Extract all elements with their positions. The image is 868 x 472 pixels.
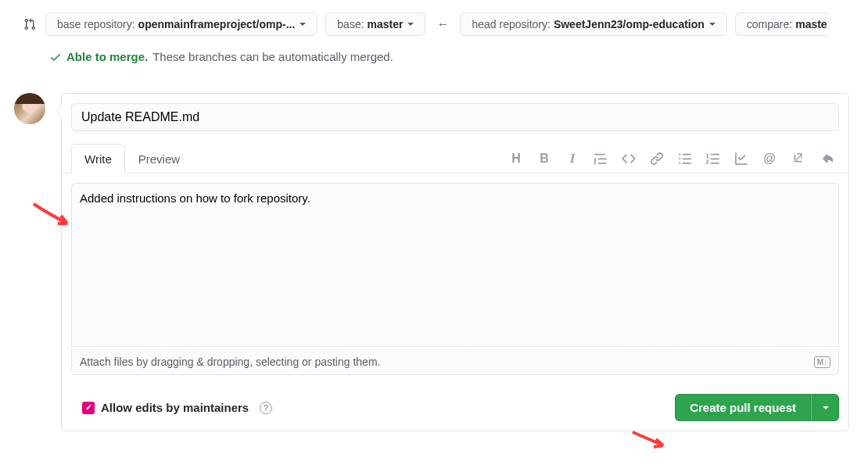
- head-repository-selector[interactable]: head repository: SweetJenn23/omp-educati…: [460, 13, 726, 36]
- check-icon: [49, 51, 62, 63]
- heading-icon[interactable]: H: [509, 152, 523, 166]
- tasklist-icon[interactable]: [734, 152, 748, 166]
- base-branch-selector[interactable]: base: master: [325, 13, 425, 36]
- markdown-icon[interactable]: M↓: [814, 356, 830, 368]
- italic-icon[interactable]: I: [565, 152, 579, 166]
- formatting-toolbar: H B I @: [509, 152, 839, 166]
- compare-label: compare:: [747, 18, 792, 30]
- annotation-arrow: [630, 430, 669, 453]
- reply-icon[interactable]: [819, 152, 833, 166]
- bullet-list-icon[interactable]: [678, 152, 692, 166]
- caret-icon: [407, 23, 414, 26]
- caret-icon: [709, 23, 716, 26]
- compare-value: maste: [795, 18, 827, 30]
- branch-selector-row: base repository: openmainframeproject/om…: [22, 13, 846, 36]
- head-repo-value: SweetJenn23/omp-education: [554, 18, 705, 30]
- comment-body-wrap: Attach files by dragging & dropping, sel…: [62, 173, 848, 384]
- write-tab[interactable]: Write: [71, 144, 125, 173]
- create-pr-dropdown[interactable]: [811, 394, 839, 421]
- pr-description-textarea[interactable]: [71, 183, 839, 347]
- base-label: base:: [337, 18, 364, 30]
- create-pr-button-group: Create pull request: [675, 394, 839, 421]
- arrow-left-icon: ←: [433, 17, 452, 31]
- quote-icon[interactable]: [594, 152, 608, 166]
- able-to-merge-label: Able to merge.: [66, 50, 148, 63]
- compare-icon: [22, 16, 38, 32]
- numbered-list-icon[interactable]: [706, 152, 720, 166]
- allow-edits-label: Allow edits by maintainers: [101, 401, 249, 414]
- preview-tab[interactable]: Preview: [125, 144, 193, 173]
- cross-reference-icon[interactable]: [791, 152, 805, 166]
- link-icon[interactable]: [650, 152, 664, 166]
- base-value: master: [368, 18, 404, 30]
- base-repository-selector[interactable]: base repository: openmainframeproject/om…: [45, 13, 317, 36]
- base-repo-label: base repository:: [57, 18, 135, 30]
- head-repo-label: head repository:: [472, 18, 550, 30]
- user-avatar[interactable]: [14, 93, 45, 124]
- attach-hint: Attach files by dragging & dropping, sel…: [80, 356, 380, 368]
- base-repo-value: openmainframeproject/omp-...: [138, 18, 296, 30]
- allow-edits-checkbox[interactable]: ✓: [82, 402, 95, 414]
- pr-title-input[interactable]: [71, 103, 839, 131]
- caret-icon: [299, 23, 306, 26]
- pr-form: Write Preview H B I: [61, 93, 849, 431]
- mention-icon[interactable]: @: [762, 152, 777, 166]
- merge-status-row: Able to merge. These branches can be aut…: [22, 50, 846, 63]
- bold-icon[interactable]: B: [537, 152, 551, 166]
- code-icon[interactable]: [622, 152, 636, 166]
- create-pr-button[interactable]: Create pull request: [675, 394, 811, 421]
- tabs-row: Write Preview H B I: [62, 144, 848, 173]
- form-footer: ✓ Allow edits by maintainers ? Create pu…: [62, 384, 848, 431]
- caret-icon: [823, 406, 829, 409]
- attach-files-row[interactable]: Attach files by dragging & dropping, sel…: [71, 349, 839, 375]
- speech-bubble-tip: [56, 105, 62, 117]
- merge-message: These branches can be automatically merg…: [152, 50, 393, 63]
- help-icon[interactable]: ?: [260, 402, 272, 414]
- compare-branch-selector[interactable]: compare: maste: [735, 13, 827, 36]
- allow-edits-row[interactable]: ✓ Allow edits by maintainers ?: [71, 401, 272, 414]
